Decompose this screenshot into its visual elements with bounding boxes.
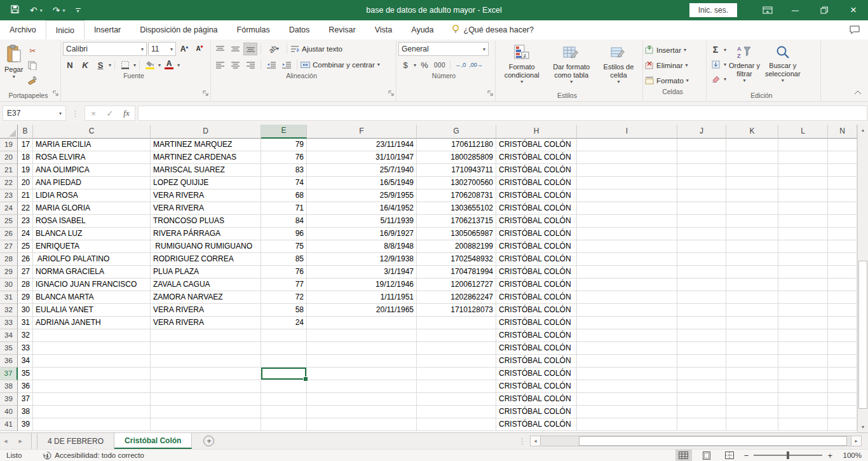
cell-f32[interactable]: 20/11/1965 bbox=[307, 304, 417, 317]
column-header-i[interactable]: I bbox=[577, 125, 677, 139]
increase-indent-icon[interactable] bbox=[280, 58, 294, 71]
cell-d29[interactable]: PLUA PLAZA bbox=[151, 266, 261, 279]
column-header-d[interactable]: D bbox=[151, 125, 261, 139]
cell-j33[interactable] bbox=[677, 317, 726, 329]
cell-e34[interactable] bbox=[261, 329, 307, 342]
cell-d30[interactable]: ZAVALA CAGUA bbox=[151, 279, 261, 291]
cell-f31[interactable]: 1/11/1951 bbox=[307, 291, 417, 304]
cell-k36[interactable] bbox=[726, 355, 778, 368]
row-header-32[interactable]: 32 bbox=[0, 304, 18, 317]
cell-b32[interactable]: 30 bbox=[18, 304, 33, 317]
column-header-c[interactable]: C bbox=[33, 125, 151, 139]
row-header-20[interactable]: 20 bbox=[0, 151, 18, 164]
cell-h41[interactable]: CRISTÓBAL COLÓN bbox=[496, 418, 577, 431]
cell-g40[interactable] bbox=[417, 406, 496, 418]
cell-g31[interactable]: 1202862247 bbox=[417, 291, 496, 304]
cell-n21[interactable] bbox=[828, 164, 857, 177]
cell-h24[interactable]: CRISTÓBAL COLÓN bbox=[496, 202, 577, 215]
cell-g27[interactable]: 200882199 bbox=[417, 240, 496, 253]
cell-l40[interactable] bbox=[778, 406, 828, 418]
cell-n39[interactable] bbox=[828, 393, 857, 406]
cell-f25[interactable]: 5/11/1939 bbox=[307, 215, 417, 228]
cell-n30[interactable] bbox=[828, 279, 857, 291]
cell-k20[interactable] bbox=[726, 151, 778, 164]
cell-e20[interactable]: 76 bbox=[261, 151, 307, 164]
orientation-icon[interactable]: ab▾ bbox=[264, 43, 283, 55]
cell-d41[interactable] bbox=[151, 418, 261, 431]
cell-k26[interactable] bbox=[726, 228, 778, 240]
ribbon-tab-revisar[interactable]: Revisar bbox=[319, 20, 365, 39]
font-color-caret-icon[interactable]: ▾ bbox=[177, 62, 180, 68]
cell-c35[interactable] bbox=[33, 342, 151, 355]
cell-i20[interactable] bbox=[577, 151, 677, 164]
ribbon-tab-disposicion-de-pagina[interactable]: Disposición de página bbox=[130, 20, 227, 39]
cell-f29[interactable]: 3/1/1947 bbox=[307, 266, 417, 279]
page-break-view-icon[interactable] bbox=[721, 450, 738, 461]
cell-g20[interactable]: 1800285809 bbox=[417, 151, 496, 164]
cell-g34[interactable] bbox=[417, 329, 496, 342]
cell-c32[interactable]: EULALIA YANET bbox=[33, 304, 151, 317]
column-header-j[interactable]: J bbox=[677, 125, 726, 139]
scroll-down-icon[interactable]: ▾ bbox=[858, 422, 868, 432]
cell-d28[interactable]: RODRIGUEZ CORREA bbox=[151, 253, 261, 266]
cell-d23[interactable]: VERA RIVERA bbox=[151, 189, 261, 202]
cell-g33[interactable] bbox=[417, 317, 496, 329]
formula-bar-splitter[interactable]: ⋮ bbox=[69, 109, 82, 118]
cell-l33[interactable] bbox=[778, 317, 828, 329]
cell-f28[interactable]: 12/9/1938 bbox=[307, 253, 417, 266]
copy-icon[interactable] bbox=[25, 59, 39, 72]
cell-d37[interactable] bbox=[151, 368, 261, 380]
cell-h40[interactable]: CRISTÓBAL COLÓN bbox=[496, 406, 577, 418]
cell-d39[interactable] bbox=[151, 393, 261, 406]
column-header-b[interactable]: B bbox=[18, 125, 33, 139]
shrink-font-button[interactable]: A▾ bbox=[193, 43, 207, 55]
row-header-24[interactable]: 24 bbox=[0, 202, 18, 215]
select-all-corner[interactable] bbox=[0, 125, 18, 139]
cell-h38[interactable]: CRISTÓBAL COLÓN bbox=[496, 380, 577, 393]
cell-i21[interactable] bbox=[577, 164, 677, 177]
row-header-28[interactable]: 28 bbox=[0, 253, 18, 266]
italic-button[interactable]: K bbox=[78, 58, 92, 71]
fill-color-icon[interactable] bbox=[143, 58, 157, 71]
sheet-tab-cristobal-colon[interactable]: Cristóbal Colón bbox=[114, 433, 192, 449]
cell-e35[interactable] bbox=[261, 342, 307, 355]
cell-n27[interactable] bbox=[828, 240, 857, 253]
cell-l23[interactable] bbox=[778, 189, 828, 202]
cell-b39[interactable]: 37 bbox=[18, 393, 33, 406]
cell-i25[interactable] bbox=[577, 215, 677, 228]
cell-e23[interactable]: 68 bbox=[261, 189, 307, 202]
cell-l35[interactable] bbox=[778, 342, 828, 355]
clipboard-dialog-launcher-icon[interactable] bbox=[53, 88, 59, 99]
align-bottom-icon[interactable] bbox=[243, 43, 257, 55]
cell-e24[interactable]: 71 bbox=[261, 202, 307, 215]
page-layout-view-icon[interactable] bbox=[698, 450, 715, 461]
cut-icon[interactable]: ✂ bbox=[25, 45, 39, 57]
cell-k38[interactable] bbox=[726, 380, 778, 393]
cell-i28[interactable] bbox=[577, 253, 677, 266]
cell-b36[interactable]: 34 bbox=[18, 355, 33, 368]
cell-c24[interactable]: MARIA GLORIA bbox=[33, 202, 151, 215]
cell-j32[interactable] bbox=[677, 304, 726, 317]
cell-b41[interactable]: 39 bbox=[18, 418, 33, 431]
cell-c21[interactable]: ANA OLIMPICA bbox=[33, 164, 151, 177]
cell-h23[interactable]: CRISTÓBAL COLÓN bbox=[496, 189, 577, 202]
undo-icon[interactable]: ↶ bbox=[30, 5, 37, 15]
cell-c31[interactable]: BLANCA MARTA bbox=[33, 291, 151, 304]
cell-b35[interactable]: 33 bbox=[18, 342, 33, 355]
cell-i22[interactable] bbox=[577, 177, 677, 189]
cell-e27[interactable]: 75 bbox=[261, 240, 307, 253]
row-header-23[interactable]: 23 bbox=[0, 189, 18, 202]
cell-l27[interactable] bbox=[778, 240, 828, 253]
cell-c20[interactable]: ROSA ELVIRA bbox=[33, 151, 151, 164]
cell-c41[interactable] bbox=[33, 418, 151, 431]
decrease-decimal-icon[interactable]: ,00→ bbox=[469, 58, 483, 71]
row-header-22[interactable]: 22 bbox=[0, 177, 18, 189]
save-icon[interactable] bbox=[10, 4, 20, 16]
clear-icon[interactable] bbox=[709, 72, 722, 85]
cell-j36[interactable] bbox=[677, 355, 726, 368]
cell-c36[interactable] bbox=[33, 355, 151, 368]
cell-h30[interactable]: CRISTÓBAL COLÓN bbox=[496, 279, 577, 291]
cell-k19[interactable] bbox=[726, 139, 778, 151]
cell-i41[interactable] bbox=[577, 418, 677, 431]
cell-b30[interactable]: 28 bbox=[18, 279, 33, 291]
